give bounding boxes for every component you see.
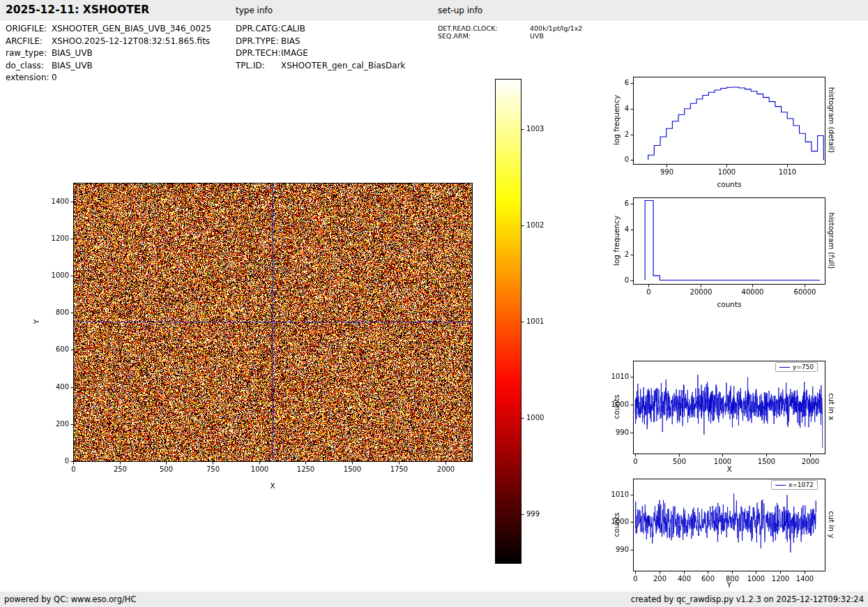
- page-title: 2025-12-11: XSHOOTER: [6, 3, 149, 16]
- type-info-heading: type info: [236, 6, 273, 15]
- meta-value: IMAGE: [281, 47, 308, 60]
- meta-row: raw_type:BIAS_UVB: [6, 47, 211, 60]
- legend-cut-y: x=1072: [771, 480, 818, 490]
- meta-value: XSHOO.2025-12-12T08:32:51.865.fits: [52, 36, 210, 48]
- legend-line-icon: [775, 485, 786, 486]
- cut-x-xlabel: X: [726, 465, 731, 473]
- setup-info-heading: set-up info: [438, 6, 482, 15]
- hist-detail-right-label: histogram (detail): [828, 87, 836, 153]
- meta-label: DPR.TYPE:: [236, 36, 281, 48]
- legend-cut-y-label: x=1072: [789, 481, 814, 488]
- meta-label: ORIGFILE:: [6, 23, 52, 36]
- cut-x-ylabel: counts: [612, 394, 620, 419]
- hist-full-xlabel: counts: [717, 300, 741, 308]
- file-info-block: ORIGFILE:XSHOOTER_GEN_BIAS_UVB_346_0025 …: [6, 23, 211, 84]
- meta-value: 400k/1pt/lg/1x2: [530, 24, 582, 32]
- meta-label: DPR.CATG:: [236, 23, 281, 36]
- legend-cut-x-label: y=750: [793, 364, 814, 370]
- hist-full-right-label: histogram (full): [828, 213, 836, 269]
- qc-rawdisp-page: { "header": { "title": "2025-12-11: XSHO…: [0, 0, 868, 607]
- footer-bar: powered by QC: www.eso.org/HC created by…: [0, 592, 868, 607]
- main-xaxis-label: X: [270, 481, 275, 490]
- meta-label: raw_type:: [6, 47, 52, 60]
- meta-label: DPR.TECH:: [236, 47, 281, 60]
- meta-row: DPR.CATG:CALIB: [236, 23, 406, 36]
- meta-row: TPL.ID:XSHOOTER_gen_cal_BiasDark: [236, 60, 406, 73]
- meta-value: BIAS_UVB: [52, 60, 93, 73]
- meta-label: TPL.ID:: [236, 60, 281, 73]
- meta-label: DET.READ.CLOCK:: [438, 24, 530, 32]
- meta-value: UVB: [530, 32, 544, 40]
- meta-label: SEQ.ARM:: [438, 32, 530, 40]
- legend-cut-x: y=750: [775, 362, 818, 372]
- cut-y-ylabel: counts: [612, 512, 620, 537]
- legend-line-icon: [779, 367, 790, 368]
- hist-full-ylabel: log frequency: [612, 216, 620, 266]
- hist-detail-xlabel: counts: [717, 180, 741, 188]
- meta-value: BIAS: [281, 36, 300, 48]
- meta-value: BIAS_UVB: [52, 47, 93, 60]
- meta-label: ARCFILE:: [6, 36, 52, 48]
- cut-y-xlabel: Y: [727, 580, 731, 589]
- type-info-block: DPR.CATG:CALIB DPR.TYPE:BIAS DPR.TECH:IM…: [236, 23, 406, 72]
- main-yaxis-label: Y: [32, 320, 40, 324]
- meta-label: extension:: [6, 72, 52, 84]
- cut-y-right-label: cut in y: [828, 511, 836, 538]
- meta-row: ORIGFILE:XSHOOTER_GEN_BIAS_UVB_346_0025: [6, 23, 211, 36]
- hist-detail-ylabel: log frequency: [612, 95, 620, 145]
- meta-row: ARCFILE:XSHOO.2025-12-12T08:32:51.865.fi…: [6, 36, 211, 48]
- meta-label: do_class:: [6, 60, 52, 73]
- meta-value: 0: [52, 72, 57, 84]
- footer-right-text: created by qc_rawdisp.py v1.2.3 on 2025-…: [631, 594, 864, 604]
- meta-value: XSHOOTER_GEN_BIAS_UVB_346_0025: [52, 23, 211, 36]
- meta-value: CALIB: [281, 23, 305, 36]
- meta-row: do_class:BIAS_UVB: [6, 60, 211, 73]
- meta-row: DET.READ.CLOCK:400k/1pt/lg/1x2: [438, 24, 582, 32]
- header-bar: 2025-12-11: XSHOOTER type info set-up in…: [0, 0, 868, 21]
- meta-row: DPR.TECH:IMAGE: [236, 47, 406, 60]
- setup-info-block: DET.READ.CLOCK:400k/1pt/lg/1x2 SEQ.ARM:U…: [438, 24, 582, 40]
- meta-row: extension:0: [6, 72, 211, 84]
- cut-x-right-label: cut in x: [828, 393, 836, 420]
- footer-left-text: powered by QC: www.eso.org/HC: [4, 594, 136, 604]
- meta-row: DPR.TYPE:BIAS: [236, 36, 406, 48]
- meta-row: SEQ.ARM:UVB: [438, 32, 582, 40]
- meta-value: XSHOOTER_gen_cal_BiasDark: [281, 60, 406, 73]
